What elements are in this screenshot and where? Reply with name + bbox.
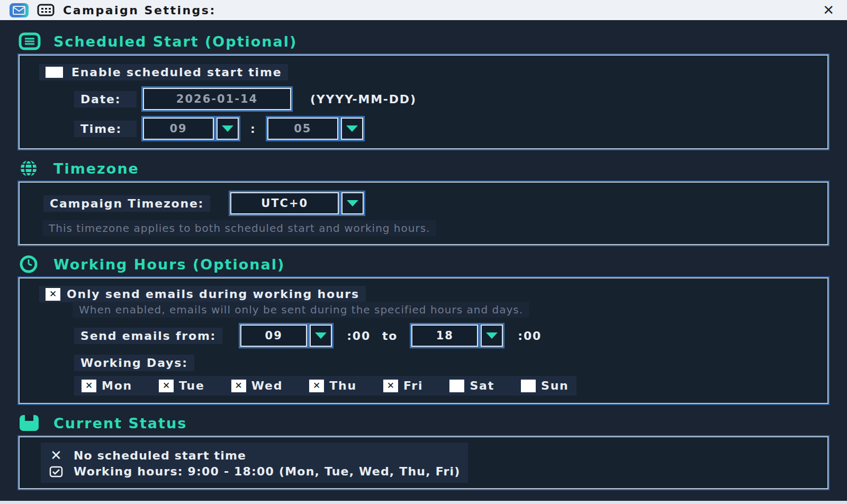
working-hours-title: Working Hours (Optional) [53,256,285,273]
from-suffix: :00 [347,329,371,343]
app-mail-icon [10,3,29,17]
to-hour-value: 18 [411,325,478,347]
timezone-select[interactable]: UTC+0 [230,192,364,214]
time-label: Time: [74,121,137,137]
chevron-down-icon [222,125,233,132]
timezone-value: UTC+0 [230,192,339,214]
day-label: Tue [179,379,205,392]
window-title: Campaign Settings: [63,4,216,17]
day-toggle-fri[interactable]: ✕ Fri [383,379,423,392]
time-row: Time: 09 : 05 [74,118,827,140]
to-word: to [382,329,398,343]
timezone-title: Timezone [53,160,139,177]
only-working-hours-row: ✕ Only send emails during working hours [39,286,827,302]
current-status-header: Current Status [19,413,828,433]
day-checkbox[interactable]: ✕ [521,380,536,392]
date-label: Date: [74,91,137,107]
enable-scheduled-label: Enable scheduled start time [71,66,282,79]
status-line-no-schedule: ✕ No scheduled start time [48,447,461,463]
globe-icon [19,159,41,178]
timezone-panel: Campaign Timezone: UTC+0 This timezone a… [19,182,828,245]
minute-value: 05 [267,118,338,140]
day-checkbox[interactable]: ✕ [82,380,96,392]
date-input[interactable]: 2026-01-14 [143,88,291,110]
enable-scheduled-row: ✕ Enable scheduled start time [39,64,827,80]
status-line-working-hours: Working hours: 9:00 - 18:00 (Mon, Tue, W… [48,465,461,478]
hour-value: 09 [143,118,214,140]
to-suffix: :00 [518,329,542,343]
dialog-body: Scheduled Start (Optional) ✕ Enable sche… [0,20,847,489]
chevron-down-icon [347,200,358,206]
chevron-down-icon [346,125,358,132]
to-hour-dropdown-button[interactable] [481,325,503,347]
working-hours-header: Working Hours (Optional) [19,255,828,274]
to-hour-select[interactable]: 18 [411,325,503,347]
window-bottom-edge [0,501,847,504]
day-label: Wed [251,379,283,392]
minute-dropdown-button[interactable] [341,118,363,140]
x-mark-icon: ✕ [48,447,64,463]
timezone-row: Campaign Timezone: UTC+0 [43,192,827,214]
minute-select[interactable]: 05 [267,118,363,140]
campaign-settings-window: Campaign Settings: ✕ Scheduled Start (Op… [0,0,847,504]
timezone-note-row: This timezone applies to both scheduled … [42,222,827,235]
only-working-hours-label: Only send emails during working hours [67,287,359,301]
hour-select[interactable]: 09 [143,118,239,140]
time-separator: : [250,122,256,136]
list-icon [19,32,41,51]
timezone-header: Timezone [19,159,828,178]
working-days-label: Working Days: [74,355,194,371]
enable-scheduled-checkbox[interactable]: ✕ [46,67,63,78]
from-hour-select[interactable]: 09 [240,325,332,347]
from-hour-value: 09 [240,325,307,347]
status-text: No scheduled start time [74,449,246,462]
from-hour-dropdown-button[interactable] [310,325,332,347]
day-toggle-sun[interactable]: ✕ Sun [521,379,569,392]
status-text: Working hours: 9:00 - 18:00 (Mon, Tue, W… [74,465,461,478]
only-working-hours-group: ✕ Only send emails during working hours [39,286,366,302]
campaign-timezone-label: Campaign Timezone: [43,195,210,212]
day-checkbox[interactable]: ✕ [309,380,324,392]
working-hours-note-row: When enabled, emails will only be sent d… [73,303,827,316]
clock-icon [19,255,41,274]
working-days-label-row: Working Days: [74,356,827,370]
day-checkbox[interactable]: ✕ [449,380,464,392]
chevron-down-icon [486,332,498,339]
day-checkbox[interactable]: ✕ [383,380,398,392]
titlebar: Campaign Settings: ✕ [0,0,847,20]
working-hours-note: When enabled, emails will only be sent d… [73,302,529,318]
day-toggle-thu[interactable]: ✕ Thu [309,379,357,392]
hour-dropdown-button[interactable] [217,118,239,140]
day-label: Fri [403,379,423,392]
day-label: Mon [102,379,132,392]
close-icon[interactable]: ✕ [819,3,837,17]
send-emails-from-label: Send emails from: [74,328,222,344]
scheduled-start-panel: ✕ Enable scheduled start time Date: 2026… [19,55,828,149]
scheduled-start-title: Scheduled Start (Optional) [53,33,297,50]
timezone-note: This timezone applies to both scheduled … [42,220,436,236]
send-hours-row: Send emails from: 09 :00 to 18 :00 [74,325,827,347]
checked-box-icon [48,465,64,478]
day-toggle-mon[interactable]: ✕ Mon [82,379,132,392]
enable-scheduled-group: ✕ Enable scheduled start time [39,64,288,80]
day-checkbox[interactable]: ✕ [159,380,174,392]
timezone-dropdown-button[interactable] [341,192,364,214]
working-days-row: ✕ Mon ✕ Tue ✕ Wed ✕ Thu ✕ Fri [74,376,576,395]
keypad-icon [37,4,55,16]
day-checkbox[interactable]: ✕ [231,380,246,392]
tray-icon [19,413,41,433]
date-row: Date: 2026-01-14 (YYYY-MM-DD) [74,88,827,110]
scheduled-start-header: Scheduled Start (Optional) [19,32,828,51]
day-label: Sat [470,379,494,392]
chevron-down-icon [315,332,327,339]
day-toggle-wed[interactable]: ✕ Wed [231,379,283,392]
day-label: Thu [329,379,357,392]
status-lines: ✕ No scheduled start time Working hours:… [41,443,468,483]
day-toggle-tue[interactable]: ✕ Tue [159,379,205,392]
day-toggle-sat[interactable]: ✕ Sat [449,379,494,392]
day-label: Sun [541,379,569,392]
only-working-hours-checkbox[interactable]: ✕ [46,288,60,301]
current-status-title: Current Status [53,415,187,431]
working-hours-panel: ✕ Only send emails during working hours … [19,277,828,404]
current-status-panel: ✕ No scheduled start time Working hours:… [19,436,828,489]
